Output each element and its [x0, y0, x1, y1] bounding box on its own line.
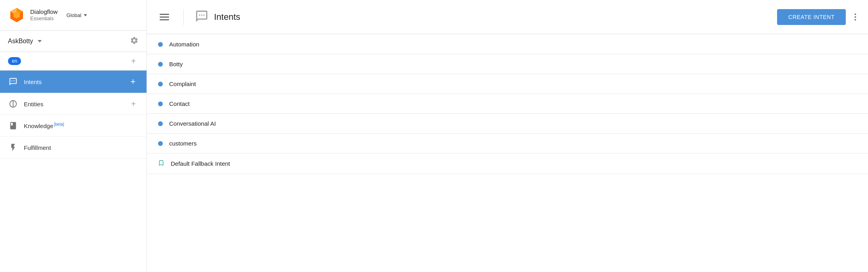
beta-badge: [beta] — [54, 122, 64, 126]
intent-name: Conversational AI — [169, 120, 216, 127]
create-intent-button[interactable]: CREATE INTENT — [777, 9, 846, 25]
intent-row[interactable]: Conversational AI — [147, 114, 868, 134]
sidebar: Dialogflow Essentials Global AskBotty en… — [0, 0, 147, 272]
main-content: Intents CREATE INTENT Automation Botty C… — [147, 0, 868, 272]
intent-row[interactable]: Automation — [147, 34, 868, 54]
intent-name: customers — [169, 140, 197, 147]
intent-status-dot — [158, 42, 163, 47]
language-badge[interactable]: en — [8, 57, 21, 65]
fallback-bookmark-icon — [158, 160, 164, 167]
sidebar-item-intents[interactable]: Intents + — [0, 71, 147, 93]
intent-name: Botty — [169, 61, 183, 67]
entities-nav-label: Entities — [24, 101, 123, 107]
intent-status-dot — [158, 141, 163, 146]
hamburger-line-1 — [160, 14, 169, 15]
fulfillment-nav-label: Fulfillment — [24, 144, 139, 151]
settings-icon[interactable] — [130, 36, 139, 46]
intents-nav-icon — [8, 77, 18, 87]
chevron-down-icon — [84, 14, 87, 16]
add-language-button[interactable]: + — [128, 56, 139, 66]
entities-nav-icon — [8, 99, 18, 109]
intent-status-dot — [158, 121, 163, 126]
sidebar-item-fulfillment[interactable]: Fulfillment — [0, 137, 147, 159]
hamburger-line-2 — [160, 17, 169, 17]
intent-row[interactable]: Botty — [147, 54, 868, 74]
dot-2 — [854, 16, 856, 18]
global-label: Global — [66, 12, 81, 18]
agent-name: AskBotty — [8, 38, 33, 45]
sidebar-nav: Intents + Entities + Knowledge[beta] — [0, 71, 147, 272]
intent-name: Complaint — [169, 80, 196, 87]
brand-name-block: Dialogflow Essentials — [30, 8, 58, 22]
intent-row[interactable]: Complaint — [147, 74, 868, 94]
header-actions: CREATE INTENT — [777, 9, 858, 25]
knowledge-nav-label: Knowledge[beta] — [24, 122, 139, 129]
intent-status-dot — [158, 62, 163, 67]
dot-3 — [854, 19, 856, 21]
agent-dropdown-arrow[interactable] — [38, 40, 42, 42]
hamburger-line-3 — [160, 19, 169, 20]
sidebar-item-entities[interactable]: Entities + — [0, 93, 147, 115]
intent-row[interactable]: Default Fallback Intent — [147, 153, 868, 174]
dot-1 — [854, 13, 856, 15]
page-title: Intents — [214, 12, 240, 22]
sidebar-item-knowledge[interactable]: Knowledge[beta] — [0, 115, 147, 137]
intent-row[interactable]: Contact — [147, 94, 868, 114]
intents-nav-label: Intents — [24, 79, 122, 85]
knowledge-nav-icon — [8, 121, 18, 131]
sidebar-logo-area: Dialogflow Essentials Global — [0, 0, 147, 31]
language-row: en + — [0, 52, 147, 71]
header-intent-area: Intents — [195, 10, 769, 24]
intent-name: Automation — [169, 41, 199, 48]
intent-name: Contact — [169, 100, 190, 107]
intent-status-dot — [158, 102, 163, 106]
brand-sub: Essentials — [30, 15, 58, 22]
intent-status-dot — [158, 82, 163, 86]
fulfillment-nav-icon — [8, 142, 18, 153]
global-selector[interactable]: Global — [64, 11, 89, 20]
main-header: Intents CREATE INTENT — [147, 0, 868, 34]
intents-list: Automation Botty Complaint Contact Conve… — [147, 34, 868, 272]
add-intent-button[interactable]: + — [127, 76, 139, 87]
add-entity-button[interactable]: + — [128, 99, 139, 109]
agent-row: AskBotty — [0, 31, 147, 52]
intent-row[interactable]: customers — [147, 134, 868, 153]
agent-left: AskBotty — [8, 38, 42, 45]
brand-name: Dialogflow — [30, 8, 58, 15]
dialogflow-logo-icon — [8, 6, 25, 24]
hamburger-menu-button[interactable] — [156, 11, 172, 23]
header-divider — [183, 9, 184, 25]
more-options-button[interactable] — [852, 11, 858, 23]
intent-name: Default Fallback Intent — [171, 160, 230, 167]
intents-page-icon — [195, 10, 208, 24]
